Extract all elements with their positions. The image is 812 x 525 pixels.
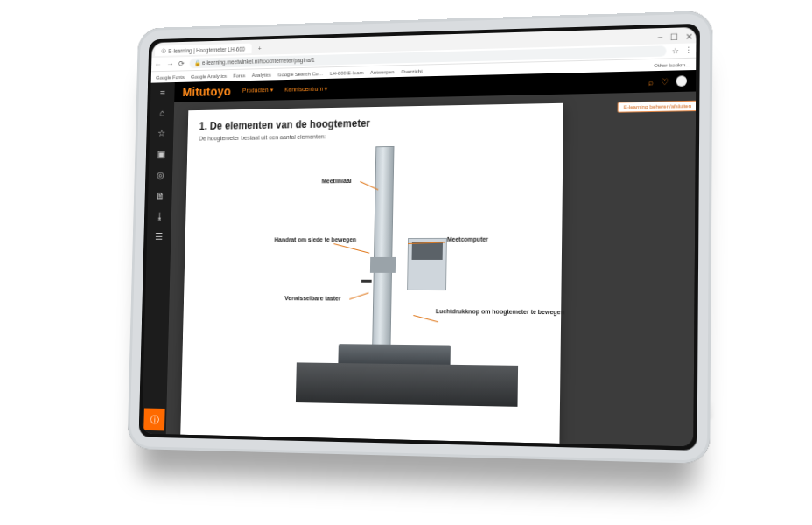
- bookmark-item[interactable]: Google Fonts: [156, 74, 185, 80]
- window-maximize-button[interactable]: ☐: [670, 32, 678, 41]
- download-icon[interactable]: ⭳: [155, 211, 164, 221]
- star-outline-icon[interactable]: ☆: [158, 128, 165, 139]
- leader-line: [413, 315, 438, 322]
- nav-reload-button[interactable]: ⟳: [178, 60, 185, 68]
- tablet-screen: ◎ E-learning | Hoogtemeter LH-600 + − ☐ …: [142, 27, 696, 447]
- height-gauge-diagram: Meetliniaal Handrat om slede te bewegen …: [278, 140, 545, 432]
- bookmark-item[interactable]: Google Analytics: [191, 74, 227, 80]
- target-icon[interactable]: ◎: [157, 170, 164, 181]
- nav-knowledge[interactable]: Kenniscentrum ▾: [284, 86, 328, 94]
- star-icon[interactable]: ☆: [672, 46, 679, 55]
- info-icon: ⓘ: [150, 413, 158, 426]
- leader-line: [408, 242, 445, 244]
- label-lucht: Luchtdrukknop om hoogtemeter te bewegen: [436, 308, 564, 315]
- globe-icon: ◎: [161, 47, 166, 54]
- avatar[interactable]: [676, 75, 688, 87]
- brand-logo[interactable]: Mitutoyo: [182, 84, 231, 99]
- lock-icon: 🔒: [194, 60, 200, 66]
- window-minimize-button[interactable]: −: [657, 32, 662, 42]
- label-taster: Verwisselbare taster: [284, 295, 340, 301]
- gauge-carriage: [370, 257, 396, 273]
- surface-plate: [296, 362, 518, 406]
- gauge-computer: [407, 238, 447, 290]
- search-icon[interactable]: ⌕: [648, 77, 654, 87]
- nav-products[interactable]: Producten ▾: [242, 87, 273, 94]
- leader-line: [333, 243, 369, 253]
- lesson-content: E-learning beheren/afsluiten 1. De eleme…: [166, 92, 696, 447]
- layers-icon[interactable]: ▣: [157, 149, 164, 160]
- leader-line: [349, 292, 368, 299]
- page-subtitle: De hoogtemeter bestaat uit een aantal el…: [199, 130, 550, 141]
- tab-title: E-learning | Hoogtemeter LH-600: [168, 46, 245, 53]
- bell-icon[interactable]: ♡: [661, 76, 668, 86]
- page-title: 1. De elementen van de hoogtemeter: [200, 114, 551, 132]
- bookmarks-overflow[interactable]: Other bookm…: [654, 62, 690, 68]
- tablet-frame: ◎ E-learning | Hoogtemeter LH-600 + − ☐ …: [127, 10, 712, 464]
- url-text: e-learning.meetwinkel.nl/hoochterneter/p…: [202, 57, 315, 66]
- nav-back-button[interactable]: ←: [155, 60, 162, 69]
- bookmark-item[interactable]: Analytics: [252, 73, 271, 78]
- document-icon[interactable]: 🗎: [156, 191, 164, 201]
- help-button[interactable]: ⓘ: [144, 408, 164, 430]
- bookmark-item[interactable]: Overzicht: [401, 68, 423, 74]
- nav-forward-button[interactable]: →: [166, 60, 173, 68]
- bookmark-item[interactable]: LH-600 E-learn: [330, 70, 364, 76]
- extensions-icon[interactable]: ⋮: [684, 46, 692, 55]
- browser-tab[interactable]: ◎ E-learning | Hoogtemeter LH-600: [155, 44, 251, 57]
- gauge-column: [372, 146, 394, 348]
- window-close-button[interactable]: ✕: [685, 32, 692, 41]
- label-meetliniaal: Meetliniaal: [322, 178, 352, 184]
- home-icon[interactable]: ⌂: [159, 108, 164, 118]
- bookmark-item[interactable]: Fonts: [233, 73, 245, 78]
- bookmark-item[interactable]: Google Search Co…: [277, 71, 323, 77]
- gauge-probe: [361, 280, 372, 283]
- new-tab-button[interactable]: +: [255, 46, 264, 52]
- manage-elearning-chip[interactable]: E-learning beheren/afsluiten: [618, 101, 696, 113]
- bookmark-item[interactable]: Antwerpen: [370, 69, 395, 75]
- lesson-panel: 1. De elementen van de hoogtemeter De ho…: [180, 103, 564, 445]
- list-icon[interactable]: ☰: [155, 231, 163, 242]
- menu-icon[interactable]: ≡: [160, 88, 165, 98]
- label-handrat: Handrat om slede te bewegen: [274, 236, 356, 242]
- label-computer: Meetcomputer: [447, 236, 488, 242]
